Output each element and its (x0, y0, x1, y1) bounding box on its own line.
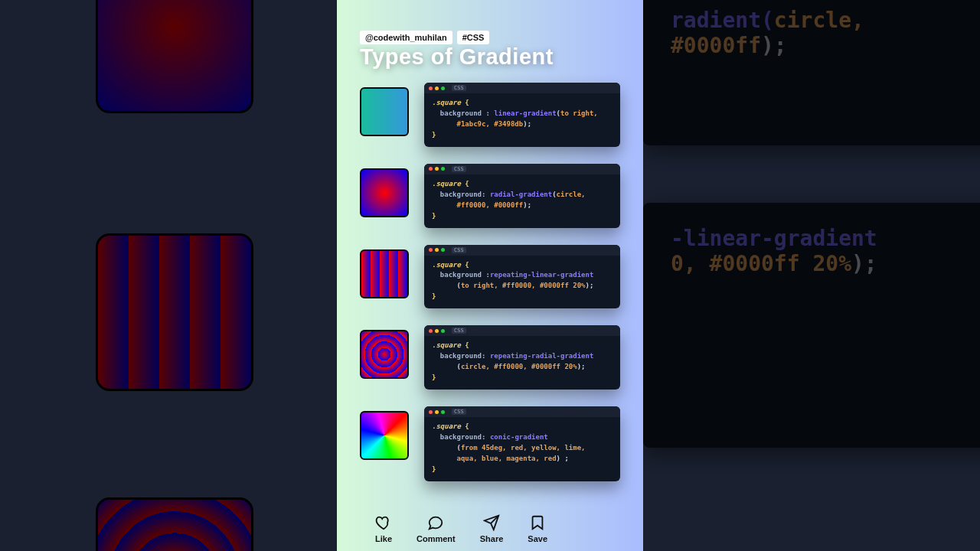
like-label: Like (375, 534, 392, 543)
code-language-label: CSS (452, 85, 466, 91)
maximize-icon (441, 410, 445, 414)
code-body: .square { background : linear-gradient(t… (424, 93, 620, 147)
code-body: .square { background: radial-gradient(ci… (424, 174, 620, 228)
code-block: CSS.square { background: repeating-radia… (424, 325, 620, 390)
minimize-icon (435, 248, 439, 252)
bg-swatch-repeating-linear (96, 233, 253, 391)
like-button[interactable]: Like (375, 514, 392, 543)
code-titlebar: CSS (424, 83, 620, 93)
code-block: CSS.square { background :repeating-linea… (424, 245, 620, 309)
maximize-icon (441, 167, 445, 171)
save-button[interactable]: Save (528, 514, 547, 543)
code-titlebar: CSS (424, 164, 620, 174)
maximize-icon (441, 86, 445, 90)
comment-button[interactable]: Comment (416, 514, 456, 543)
minimize-icon (435, 167, 439, 171)
close-icon (429, 86, 433, 90)
code-block: CSS.square { background : linear-gradien… (424, 83, 620, 147)
author-tag[interactable]: @codewith_muhilan (360, 31, 452, 44)
page-title: Types of Gradient (360, 44, 554, 70)
gradient-row: CSS.square { background: radial-gradient… (360, 164, 620, 228)
background-right: radient(circle, #0000ff); -linear-gradie… (643, 0, 980, 551)
save-label: Save (528, 534, 547, 543)
maximize-icon (441, 329, 445, 333)
gradient-row: CSS.square { background :repeating-linea… (360, 245, 620, 309)
code-body: .square { background :repeating-linear-g… (424, 256, 620, 309)
bg-code-repeating-linear: -linear-gradient 0, #0000ff 20%); (643, 203, 980, 448)
code-block: CSS.square { background: conic-gradient … (424, 406, 620, 481)
gradient-swatch (360, 249, 409, 298)
minimize-icon (435, 410, 439, 414)
close-icon (429, 248, 433, 252)
gradient-swatch (360, 168, 409, 217)
share-button[interactable]: Share (480, 514, 504, 543)
code-titlebar: CSS (424, 325, 620, 336)
gradient-row: CSS.square { background: repeating-radia… (360, 325, 620, 390)
gradient-row: CSS.square { background: conic-gradient … (360, 406, 620, 481)
comment-icon (427, 514, 444, 531)
close-icon (429, 329, 433, 333)
bg-code-radial: radient(circle, #0000ff); (643, 0, 980, 145)
share-label: Share (480, 534, 504, 543)
comment-label: Comment (416, 534, 456, 543)
share-icon (483, 514, 500, 531)
code-body: .square { background: repeating-radial-g… (424, 336, 620, 390)
gradient-swatch (360, 411, 409, 460)
tag-row: @codewith_muhilan #CSS (360, 31, 489, 44)
bg-swatch-repeating-radial (96, 497, 253, 551)
code-language-label: CSS (452, 409, 466, 415)
code-titlebar: CSS (424, 245, 620, 256)
gradient-examples: CSS.square { background : linear-gradien… (360, 83, 620, 498)
maximize-icon (441, 248, 445, 252)
code-block: CSS.square { background: radial-gradient… (424, 164, 620, 228)
close-icon (429, 410, 433, 414)
code-titlebar: CSS (424, 406, 620, 417)
code-body: .square { background: conic-gradient (fr… (424, 417, 620, 481)
gradient-swatch (360, 330, 409, 379)
gradient-swatch (360, 87, 409, 136)
heart-icon (375, 514, 392, 531)
close-icon (429, 167, 433, 171)
code-language-label: CSS (452, 328, 466, 334)
gradient-row: CSS.square { background : linear-gradien… (360, 83, 620, 147)
content-card: @codewith_muhilan #CSS Types of Gradient… (337, 0, 643, 551)
bg-swatch-radial (96, 0, 253, 113)
code-language-label: CSS (452, 247, 466, 253)
background-left (0, 0, 337, 551)
action-bar: Like Comment Share Save (375, 514, 547, 543)
code-language-label: CSS (452, 166, 466, 172)
bookmark-icon (529, 514, 546, 531)
minimize-icon (435, 86, 439, 90)
minimize-icon (435, 329, 439, 333)
hashtag-tag[interactable]: #CSS (457, 31, 490, 44)
